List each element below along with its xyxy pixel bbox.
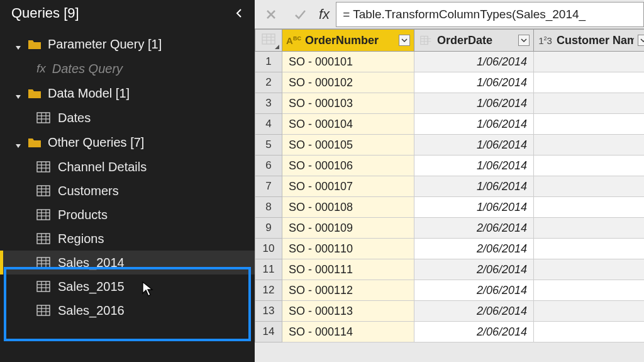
table-row[interactable]: 10SO - 0001102/06/2014 <box>255 239 644 259</box>
column-header-orderdate[interactable]: OrderDate <box>414 29 534 52</box>
table-corner-button[interactable] <box>255 29 282 52</box>
table-icon <box>36 161 50 173</box>
table-row[interactable]: 6SO - 0001061/06/2014 <box>255 156 644 176</box>
cell-customer-name[interactable] <box>534 218 644 239</box>
cell-orderdate[interactable]: 1/06/2014 <box>414 114 534 135</box>
query-item-dates-query[interactable]: fxDates Query <box>0 57 255 81</box>
query-item-products[interactable]: Products <box>0 203 255 227</box>
cell-orderdate[interactable]: 2/06/2014 <box>414 301 534 322</box>
table-row[interactable]: 8SO - 0001081/06/2014 <box>255 197 644 218</box>
cell-orderdate[interactable]: 2/06/2014 <box>414 239 534 259</box>
table-row[interactable]: 11SO - 0001112/06/2014 <box>255 259 644 280</box>
folder-label: Parameter Query [1] <box>48 37 162 52</box>
cell-customer-name[interactable] <box>534 52 644 72</box>
cell-orderdate[interactable]: 1/06/2014 <box>414 93 534 114</box>
folder-icon <box>28 88 42 99</box>
row-number[interactable]: 4 <box>255 114 282 135</box>
cell-ordernumber[interactable]: SO - 000104 <box>282 114 414 135</box>
cell-ordernumber[interactable]: SO - 000101 <box>282 52 414 72</box>
column-name: OrderDate <box>437 34 514 47</box>
cell-ordernumber[interactable]: SO - 000102 <box>282 72 414 93</box>
cell-orderdate[interactable]: 2/06/2014 <box>414 322 534 342</box>
table-row[interactable]: 5SO - 0001051/06/2014 <box>255 135 644 156</box>
cell-ordernumber[interactable]: SO - 000103 <box>282 93 414 114</box>
cell-ordernumber[interactable]: SO - 000109 <box>282 218 414 239</box>
row-number[interactable]: 5 <box>255 135 282 156</box>
row-number[interactable]: 1 <box>255 52 282 72</box>
cell-orderdate[interactable]: 1/06/2014 <box>414 72 534 93</box>
table-row[interactable]: 2SO - 0001021/06/2014 <box>255 72 644 93</box>
cell-customer-name[interactable] <box>534 197 644 218</box>
cell-ordernumber[interactable]: SO - 000107 <box>282 176 414 197</box>
table-row[interactable]: 12SO - 0001122/06/2014 <box>255 280 644 301</box>
query-item-regions[interactable]: Regions <box>0 227 255 251</box>
table-icon <box>36 185 50 196</box>
cell-ordernumber[interactable]: SO - 000111 <box>282 259 414 280</box>
cancel-formula-button[interactable] <box>258 2 284 27</box>
folder-other-queries-7-[interactable]: Other Queries [7] <box>0 130 255 155</box>
table-row[interactable]: 3SO - 0001031/06/2014 <box>255 93 644 114</box>
row-number[interactable]: 11 <box>255 259 282 280</box>
cell-customer-name[interactable] <box>534 72 644 93</box>
cell-customer-name[interactable] <box>534 176 644 197</box>
cell-customer-name[interactable] <box>534 135 644 156</box>
column-filter-button[interactable] <box>518 35 530 46</box>
query-item-sales-2015[interactable]: Sales_2015 <box>0 274 255 298</box>
cell-ordernumber[interactable]: SO - 000105 <box>282 135 414 156</box>
cell-orderdate[interactable]: 2/06/2014 <box>414 259 534 280</box>
collapse-sidebar-button[interactable] <box>233 8 245 19</box>
table-row[interactable]: 1SO - 0001011/06/2014 <box>255 52 644 72</box>
cell-ordernumber[interactable]: SO - 000106 <box>282 156 414 176</box>
cell-orderdate[interactable]: 1/06/2014 <box>414 176 534 197</box>
row-number[interactable]: 3 <box>255 93 282 114</box>
table-row[interactable]: 4SO - 0001041/06/2014 <box>255 114 644 135</box>
cell-ordernumber[interactable]: SO - 000108 <box>282 197 414 218</box>
column-header-customer-name[interactable]: 123Customer Name <box>534 29 644 52</box>
cell-orderdate[interactable]: 1/06/2014 <box>414 156 534 176</box>
cell-customer-name[interactable] <box>534 259 644 280</box>
column-filter-button[interactable] <box>638 35 644 46</box>
commit-formula-button[interactable] <box>287 2 313 27</box>
row-number[interactable]: 14 <box>255 322 282 342</box>
row-number[interactable]: 10 <box>255 239 282 259</box>
folder-icon <box>28 38 42 50</box>
cell-customer-name[interactable] <box>534 280 644 301</box>
row-number[interactable]: 12 <box>255 280 282 301</box>
query-item-dates[interactable]: Dates <box>0 106 255 130</box>
table-row[interactable]: 7SO - 0001071/06/2014 <box>255 176 644 197</box>
cell-customer-name[interactable] <box>534 156 644 176</box>
cell-orderdate[interactable]: 1/06/2014 <box>414 197 534 218</box>
row-number[interactable]: 6 <box>255 156 282 176</box>
cell-ordernumber[interactable]: SO - 000110 <box>282 239 414 259</box>
query-item-customers[interactable]: Customers <box>0 179 255 203</box>
folder-data-model-1-[interactable]: Data Model [1] <box>0 81 255 106</box>
cell-orderdate[interactable]: 2/06/2014 <box>414 218 534 239</box>
cell-orderdate[interactable]: 1/06/2014 <box>414 52 534 72</box>
cell-customer-name[interactable] <box>534 239 644 259</box>
row-number[interactable]: 7 <box>255 176 282 197</box>
row-number[interactable]: 9 <box>255 218 282 239</box>
row-number[interactable]: 2 <box>255 72 282 93</box>
query-item-sales-2016[interactable]: Sales_2016 <box>0 298 255 322</box>
folder-parameter-query-1-[interactable]: Parameter Query [1] <box>0 31 255 57</box>
dropdown-icon <box>275 45 279 49</box>
row-number[interactable]: 8 <box>255 197 282 218</box>
cell-customer-name[interactable] <box>534 93 644 114</box>
column-filter-button[interactable] <box>399 35 410 46</box>
row-number[interactable]: 13 <box>255 301 282 322</box>
cell-ordernumber[interactable]: SO - 000112 <box>282 280 414 301</box>
column-header-ordernumber[interactable]: ABCOrderNumber <box>282 29 414 52</box>
query-item-sales-2014[interactable]: Sales_2014 <box>0 251 255 274</box>
cell-orderdate[interactable]: 2/06/2014 <box>414 280 534 301</box>
cell-customer-name[interactable] <box>534 301 644 322</box>
table-row[interactable]: 14SO - 0001142/06/2014 <box>255 322 644 342</box>
cell-customer-name[interactable] <box>534 322 644 342</box>
cell-orderdate[interactable]: 1/06/2014 <box>414 135 534 156</box>
table-row[interactable]: 9SO - 0001092/06/2014 <box>255 218 644 239</box>
cell-customer-name[interactable] <box>534 114 644 135</box>
cell-ordernumber[interactable]: SO - 000114 <box>282 322 414 342</box>
query-item-channel-details[interactable]: Channel Details <box>0 155 255 179</box>
table-row[interactable]: 13SO - 0001132/06/2014 <box>255 301 644 322</box>
formula-input[interactable]: = Table.TransformColumnTypes(Sales_2014_ <box>336 2 644 27</box>
cell-ordernumber[interactable]: SO - 000113 <box>282 301 414 322</box>
